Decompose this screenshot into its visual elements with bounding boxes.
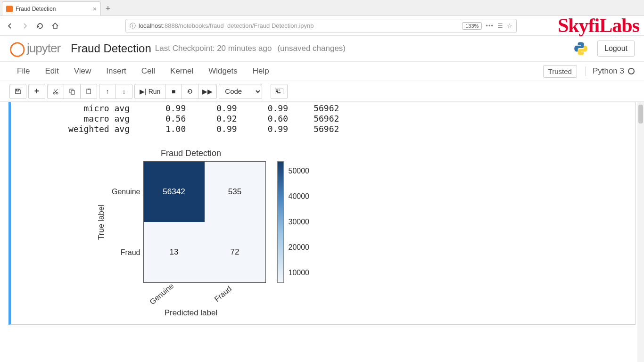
cb-tick-10000: 10000 [289,269,310,277]
menu-kernel[interactable]: Kernel [163,63,201,80]
run-label: Run [149,88,161,95]
python-logo-icon [573,41,589,57]
interrupt-button[interactable]: ■ [165,84,182,99]
url-bar[interactable]: ⓘ localhost:8888/notebooks/fraud_detecti… [125,19,517,33]
kernel-idle-icon [628,68,635,74]
svg-rect-8 [277,90,278,90]
menu-insert[interactable]: Insert [99,63,134,80]
reader-icon[interactable]: ☰ [497,22,503,29]
info-icon: ⓘ [130,22,136,30]
cut-button[interactable] [47,84,64,99]
confusion-matrix-chart: Fraud Detection True label Genuine Fraud… [12,134,634,323]
cell-type-select[interactable]: Code [219,84,262,99]
save-button[interactable] [9,84,26,99]
jupyter-orbit-icon: ◯ [9,40,25,57]
browser-nav-bar: ⓘ localhost:8888/notebooks/fraud_detecti… [0,16,644,36]
run-icon: ▶| [140,88,147,95]
paste-button[interactable] [80,84,97,99]
menu-cell[interactable]: Cell [134,63,163,80]
menu-edit[interactable]: Edit [37,63,66,80]
bookmark-icon[interactable]: ☆ [507,22,512,29]
vertical-scrollbar[interactable] [637,102,644,362]
svg-rect-7 [276,90,277,90]
jupyter-logo-text: jupyter [27,41,60,56]
scrollbar-thumb[interactable] [638,105,643,123]
notebook-title[interactable]: Fraud Detection [71,42,151,55]
cell-genuine-genuine: 56342 [144,162,205,222]
url-path: /notebooks/fraud_detection/Fraud Detecti… [178,22,314,29]
jupyter-logo[interactable]: ◯ jupyter [9,40,60,57]
cb-tick-40000: 40000 [289,192,310,201]
insert-cell-button[interactable]: + [28,84,45,99]
menu-view[interactable]: View [66,63,99,80]
heatmap-grid: 56342 535 13 72 [143,161,266,283]
svg-rect-4 [87,89,91,94]
colorbar-ticks: 50000 40000 30000 20000 10000 [289,161,310,283]
chart-ylabel: True label [97,205,106,240]
page-actions-icon[interactable]: ••• [486,22,494,29]
kernel-name[interactable]: Python 3 [586,66,635,76]
cell-genuine-fraud: 535 [205,162,265,222]
restart-button[interactable] [182,84,198,99]
chart-title: Fraud Detection [130,148,252,158]
run-button[interactable]: ▶|Run [134,84,165,99]
close-tab-icon[interactable]: × [93,5,97,13]
move-down-button[interactable]: ↓ [116,84,132,99]
cb-tick-30000: 30000 [289,218,310,226]
zoom-badge[interactable]: 133% [462,22,482,30]
unsaved-text: (unsaved changes) [277,44,346,53]
svg-rect-9 [279,90,280,90]
forward-button[interactable] [19,20,31,32]
menu-widgets[interactable]: Widgets [201,63,245,80]
restart-run-all-button[interactable]: ▶▶ [198,84,217,99]
menu-file[interactable]: File [9,63,37,80]
svg-rect-3 [71,90,74,94]
toolbar: + ↑ ↓ ▶|Run ■ ▶▶ Code [0,81,644,102]
ytick-genuine: Genuine [112,161,140,222]
ytick-fraud: Fraud [121,222,140,283]
notebook-area: micro avg 0.99 0.99 0.99 56962 macro avg… [0,102,644,362]
copy-button[interactable] [64,84,81,99]
classification-report-text: micro avg 0.99 0.99 0.99 56962 macro avg… [12,103,634,134]
home-button[interactable] [49,20,61,32]
svg-rect-5 [88,89,90,90]
browser-tab[interactable]: Fraud Detection × [2,1,101,16]
svg-rect-10 [276,91,277,92]
kernel-label: Python 3 [593,66,624,76]
watermark-logo: SkyfiLabs [558,14,639,37]
reload-button[interactable] [34,20,46,32]
logout-button[interactable]: Logout [597,41,635,57]
new-tab-button[interactable]: + [101,1,115,16]
url-port: :8888 [163,22,178,29]
cb-tick-50000: 50000 [289,167,310,175]
jupyter-header: ◯ jupyter Fraud Detection Last Checkpoin… [0,36,644,61]
y-ticks: Genuine Fraud [112,161,140,283]
tab-title: Fraud Detection [16,6,56,12]
output-cell[interactable]: micro avg 0.99 0.99 0.99 56962 macro avg… [8,102,636,325]
browser-tab-strip: Fraud Detection × + [0,0,644,16]
jupyter-favicon [6,6,13,12]
trusted-indicator[interactable]: Trusted [543,65,577,78]
menu-bar: File Edit View Insert Cell Kernel Widget… [0,61,644,81]
svg-rect-12 [277,92,281,93]
checkpoint-text: Last Checkpoint: 20 minutes ago [155,44,272,53]
url-host: localhost [139,22,163,29]
move-up-button[interactable]: ↑ [99,84,116,99]
x-ticks: Genuine Fraud [130,286,252,299]
colorbar: 50000 40000 30000 20000 10000 [277,161,310,283]
colorbar-gradient [277,161,284,283]
svg-rect-11 [277,91,278,92]
cb-tick-20000: 20000 [289,243,310,252]
back-button[interactable] [4,20,16,32]
menu-help[interactable]: Help [245,63,277,80]
command-palette-button[interactable] [271,84,288,99]
